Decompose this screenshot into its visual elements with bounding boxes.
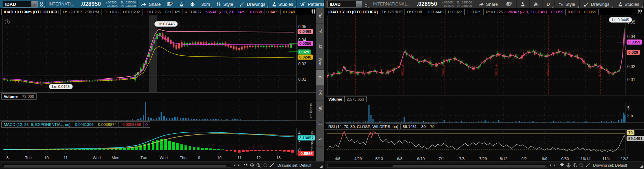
scrollbar-thumb[interactable] xyxy=(4,165,227,167)
chart-scrollbar[interactable] xyxy=(3,164,231,168)
button-label: Style xyxy=(565,2,575,7)
volume-value: 2,573,653 xyxy=(344,96,367,102)
volume-pane-left[interactable]: <millions> xyxy=(0,100,316,121)
share-button[interactable]: Share xyxy=(138,0,164,8)
svg-text:i: i xyxy=(510,2,511,4)
chart-type-icon[interactable] xyxy=(311,9,316,14)
toolbar-right: IDAD▼INTERNATIONAL....028950-.00505-14.8… xyxy=(325,0,644,8)
axis-price-badge: 0.029 xyxy=(627,50,640,55)
scroll-left-icon[interactable]: ◂ xyxy=(549,163,551,167)
symbol-dropdown-icon[interactable]: ▼ xyxy=(31,1,37,7)
quick-chart-button[interactable] xyxy=(517,0,529,8)
gadget-tab-ps[interactable]: PS xyxy=(316,85,324,101)
date-tick-label: 12/2 xyxy=(621,157,628,161)
patterns-button[interactable]: WPatterns xyxy=(297,0,324,8)
axis-tick-label: 2.5 xyxy=(627,113,633,118)
date-tick-label: 9/2 xyxy=(521,157,527,161)
style-button[interactable]: Style xyxy=(213,0,236,8)
auto-scroll-icon[interactable] xyxy=(560,163,564,166)
gadget-tab-db[interactable]: DB xyxy=(316,101,324,116)
resize-grip-icon[interactable] xyxy=(640,165,643,168)
timeframe-button[interactable]: 30m xyxy=(198,0,213,8)
axis-price-badge: 70 xyxy=(627,130,634,135)
gadget-tab-n[interactable]: N xyxy=(316,131,324,147)
auto-scroll-icon[interactable] xyxy=(243,163,248,166)
rsi-pane-right[interactable]: 7059.1451 xyxy=(325,129,644,156)
gadget-tab-ts[interactable]: TS xyxy=(316,24,324,39)
high-price-tooltip: Hi: 0.0445 xyxy=(609,17,632,23)
gadget-tab-l2[interactable]: L2 xyxy=(316,116,324,131)
crosshair-icon[interactable] xyxy=(566,163,571,168)
axis-tick-label: 0.02 xyxy=(298,62,306,66)
toolbar-left: IDAD▼INTERNATI....028950-.00505-14.85%B:… xyxy=(0,0,324,8)
volume-header-right: Volume2,573,653 xyxy=(325,95,644,103)
studies-button[interactable]: Studies xyxy=(614,0,643,8)
scroll-right-icon[interactable]: ▸ xyxy=(554,163,556,167)
gadget-tab-label: Trd xyxy=(318,13,322,18)
chart-canvas xyxy=(325,15,644,95)
drawing-set-label[interactable]: Drawing set: Default xyxy=(593,163,627,167)
chart-scrollbar[interactable] xyxy=(327,164,547,168)
volume-pane-right[interactable]: 52.5 xyxy=(325,102,644,123)
chart-info-icon[interactable]: i xyxy=(5,20,10,24)
gadget-tab-c[interactable]: C xyxy=(316,70,324,85)
study-header-cell: 0 xyxy=(143,121,150,128)
date-tick-label: Tue xyxy=(25,156,31,160)
style-icon xyxy=(216,2,221,6)
news-icon: i xyxy=(167,2,173,6)
zoom-out-icon[interactable] xyxy=(263,163,268,168)
drawings-button[interactable]: Drawings xyxy=(236,0,268,8)
gadget-tab-at[interactable]: AT xyxy=(316,39,324,54)
scrollbar-thumb[interactable] xyxy=(393,165,546,167)
date-tick-label: 7/29 xyxy=(479,157,487,161)
zoom-out-icon[interactable] xyxy=(579,163,584,168)
change-percent: -14.85% xyxy=(106,4,118,8)
news-button[interactable]: i xyxy=(164,0,176,8)
symbol-input[interactable]: IDAD▼ xyxy=(3,1,38,8)
crosshair-icon[interactable] xyxy=(250,163,255,168)
change-percent: -14.85% xyxy=(442,4,454,8)
gadget-tab-btns[interactable]: Btns xyxy=(316,54,324,70)
date-tick-label: 9/30 xyxy=(561,157,569,161)
timeframe-button[interactable]: D xyxy=(543,0,554,8)
event-date-label: 04/29/19 xyxy=(353,64,356,76)
gadget-tab-trd[interactable]: Trd xyxy=(316,8,324,24)
style-button[interactable]: Style xyxy=(554,0,579,8)
studies-button[interactable]: Studies xyxy=(269,0,296,8)
zoom-in-icon[interactable] xyxy=(573,163,577,168)
drawings-icon[interactable] xyxy=(586,163,591,167)
symbol-input[interactable]: IDAD▼ xyxy=(327,1,362,8)
thinkorswim-charts-app: IDAD▼INTERNATI....028950-.00505-14.85%B:… xyxy=(0,0,644,169)
high-price-tooltip: Hi: 0.0445 xyxy=(154,21,178,27)
link-icon[interactable] xyxy=(362,0,370,8)
axis-price-badge: 0.029 xyxy=(298,50,311,55)
link-icon[interactable] xyxy=(38,0,45,8)
gadget-tab-label: DB xyxy=(318,106,322,111)
button-label: D xyxy=(547,2,550,7)
drawings-icon xyxy=(239,2,245,6)
scroll-left-icon[interactable]: ◂ xyxy=(234,163,235,167)
date-tick-label: Thu xyxy=(180,156,187,160)
drawing-set-label[interactable]: Drawing set: Default xyxy=(277,163,311,167)
bid-value: B: .025000 xyxy=(121,1,136,4)
scroll-right-icon[interactable]: ▸ xyxy=(238,163,240,167)
price-pane-right[interactable]: 04/29/1906/10/1907/08/1908/12/1909/30/19… xyxy=(325,15,644,95)
share-button[interactable]: Share xyxy=(474,0,502,8)
date-tick-label: 11 xyxy=(64,156,68,160)
symbol-dropdown-icon[interactable]: ▼ xyxy=(356,1,362,7)
drawings-button[interactable]: Drawings xyxy=(580,0,614,8)
news-button[interactable]: i xyxy=(502,0,516,8)
symbol-value: IDAD xyxy=(328,2,356,7)
resize-grip-icon[interactable] xyxy=(320,165,323,168)
chart-header-right: IDAD 1 Y 1D [OTC OTHER]D: 12/19/19O: 0.0… xyxy=(325,8,644,16)
drawings-icon[interactable] xyxy=(269,163,274,167)
chart-settings-button[interactable] xyxy=(187,0,198,8)
header-cell: IDAD 10 D 30m [OTC OTHER] xyxy=(1,9,61,15)
chart-type-icon[interactable] xyxy=(638,9,642,14)
quick-chart-button[interactable] xyxy=(176,0,187,8)
zoom-in-icon[interactable] xyxy=(256,163,261,168)
macd-pane-left[interactable]: 4203.13057-0.5568<thousandths> xyxy=(0,128,316,155)
bid-ask: B: .025000A: .030000 xyxy=(119,1,138,8)
chart-settings-button[interactable] xyxy=(530,0,542,8)
price-pane-left[interactable]: iHi: 0.0445Lo: 0.01250.050.040.020.010.0… xyxy=(0,15,316,92)
